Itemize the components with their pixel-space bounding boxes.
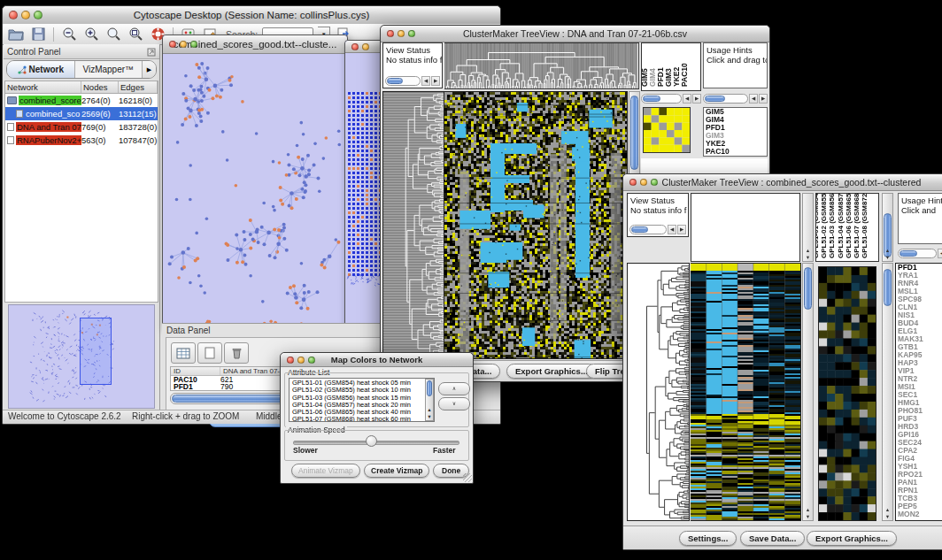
- dna-row-dendrogram-canvas[interactable]: [382, 91, 444, 359]
- network-tab-icon: [18, 65, 27, 74]
- gene-label[interactable]: PAC10: [704, 148, 767, 156]
- minimize-icon[interactable]: [362, 43, 369, 50]
- zoom-selected-icon[interactable]: [127, 27, 144, 42]
- network-icon: [7, 123, 14, 131]
- zoom-out-icon[interactable]: [60, 27, 78, 42]
- grid-network-canvas[interactable]: [345, 53, 384, 336]
- window-controls[interactable]: [387, 30, 415, 37]
- close-icon[interactable]: [351, 43, 359, 50]
- view-status-title: View Status: [386, 45, 430, 55]
- close-icon[interactable]: [169, 41, 176, 48]
- status-welcome: Welcome to Cytoscape 2.6.2: [8, 411, 121, 421]
- tab-vizmapper[interactable]: VizMapper™: [74, 61, 143, 78]
- status-zoom-hint: Right-click + drag to ZOOM: [132, 411, 239, 421]
- usage-hints-scrollbar[interactable]: [898, 249, 942, 258]
- create-vizmap-button[interactable]: Create Vizmap: [364, 464, 429, 478]
- column-label: GPL51-07 (GSM868): [853, 193, 861, 258]
- export-graphics-button[interactable]: Export Graphics...: [506, 364, 597, 379]
- usage-hints-scrollbar[interactable]: [703, 94, 768, 104]
- combined-vscrollbar[interactable]: [802, 263, 814, 521]
- usage-hints-text: Click and: [901, 205, 936, 215]
- minimize-icon[interactable]: [398, 30, 405, 37]
- move-down-button[interactable]: ∨: [438, 397, 470, 410]
- labels-vscrollbar[interactable]: [882, 193, 893, 262]
- network-canvas[interactable]: [163, 54, 345, 329]
- dialog-titlebar[interactable]: Map Colors to Network: [281, 353, 473, 367]
- treeview-dna-titlebar[interactable]: ClusterMaker TreeView : DNA and Tran 07-…: [381, 26, 769, 42]
- zoom-window-icon[interactable]: [190, 41, 197, 48]
- minimize-icon[interactable]: [297, 357, 305, 364]
- move-up-button[interactable]: ∧: [438, 382, 470, 395]
- close-icon[interactable]: [387, 30, 394, 37]
- birdseye-overview[interactable]: [8, 304, 155, 409]
- dna-mini-heatmap-canvas[interactable]: [643, 107, 691, 153]
- column-dendrogram-canvas[interactable]: [444, 43, 637, 88]
- combined-heatmap-canvas[interactable]: [691, 263, 801, 521]
- attribute-list-item[interactable]: GPL51-07 (GSM868) heat shock 60 min: [290, 416, 424, 422]
- view-status-text: No status info f: [386, 55, 442, 65]
- new-attribute-icon[interactable]: [197, 342, 222, 364]
- animate-vizmap-button: Animate Vizmap: [291, 464, 360, 478]
- gene-label[interactable]: MON2: [896, 510, 942, 518]
- resize-grip[interactable]: [463, 473, 472, 482]
- table-row[interactable]: combined_sco 2569(6) 13112(15): [5, 107, 158, 120]
- usage-hints-text: Click and drag to: [706, 55, 768, 65]
- export-graphics-button[interactable]: Export Graphics...: [807, 531, 897, 546]
- combined-gene-list: PFD1YRA1RNR4MSL1SPC98CLN1NIS1BUD4ELG1MAK…: [895, 263, 942, 521]
- heatmap-top-scrollbar[interactable]: [802, 193, 814, 262]
- treeview-combined-titlebar[interactable]: ClusterMaker TreeView : combined_scores_…: [623, 174, 942, 191]
- view-status-scrollbar[interactable]: [629, 225, 686, 234]
- close-icon[interactable]: [629, 179, 637, 186]
- close-icon[interactable]: [287, 357, 294, 364]
- faster-label: Faster: [433, 446, 456, 455]
- genelist-vscrollbar[interactable]: [882, 263, 893, 521]
- speed-slider-thumb[interactable]: [366, 435, 377, 447]
- usage-hints-title: Usage Hints: [706, 45, 753, 55]
- view-status-panel: View Status No status info f: [382, 42, 443, 88]
- float-panel-icon[interactable]: [147, 48, 156, 57]
- settings-button[interactable]: Settings...: [679, 531, 737, 546]
- control-panel: Control Panel Network VizMapper™ ▶ Netwo…: [4, 44, 160, 410]
- zoom-window-icon[interactable]: [308, 357, 315, 364]
- combined-column-labels-pane: GPL51-01 (GSM854)GPL51-02 (GSM855)GPL51-…: [815, 193, 879, 262]
- window-controls[interactable]: [169, 41, 197, 48]
- table-row[interactable]: combined_scores 2764(0) 16218(0): [5, 94, 158, 107]
- minimize-icon[interactable]: [640, 179, 647, 186]
- zoom-fit-icon[interactable]: [104, 27, 122, 42]
- zoom-window-icon[interactable]: [34, 11, 42, 19]
- minimize-icon[interactable]: [180, 41, 187, 48]
- attribute-list-scrollbar[interactable]: [425, 379, 434, 421]
- zoom-window-icon[interactable]: [408, 30, 415, 37]
- attribute-listbox[interactable]: GPL51-01 (GSM854) heat shock 05 minGPL51…: [289, 378, 435, 422]
- save-data-button[interactable]: Save Data...: [740, 531, 805, 546]
- table-row[interactable]: RNAPuberNov2+ 563(0) 107847(0): [5, 134, 158, 147]
- select-attributes-icon[interactable]: [171, 342, 196, 364]
- window-controls[interactable]: [9, 11, 42, 19]
- zoom-in-icon[interactable]: [82, 27, 100, 42]
- desktop: Cytoscape Desktop (Session Name: collins…: [0, 0, 942, 560]
- table-row[interactable]: DNA and Tran 07 769(0) 183728(0): [5, 120, 158, 134]
- overview-viewport-rect[interactable]: [80, 318, 112, 385]
- save-icon[interactable]: [29, 27, 47, 42]
- column-label: GPL51-04 (GSM857): [837, 193, 845, 258]
- delete-attribute-icon[interactable]: [224, 342, 249, 364]
- network-icon: [7, 96, 17, 104]
- minimize-icon[interactable]: [21, 11, 30, 19]
- zoom-heatmap-canvas[interactable]: [818, 266, 876, 521]
- close-icon[interactable]: [9, 11, 18, 19]
- tab-network[interactable]: Network: [7, 61, 74, 78]
- window-controls[interactable]: [351, 43, 369, 50]
- tab-overflow-icon[interactable]: ▶: [142, 61, 156, 78]
- cytoscape-titlebar[interactable]: Cytoscape Desktop (Session Name: collins…: [3, 6, 500, 25]
- combined-row-dendrogram-canvas[interactable]: [627, 263, 690, 521]
- dna-labels-scrollbar[interactable]: [641, 94, 701, 104]
- dna-heatmap-canvas[interactable]: [444, 91, 628, 359]
- network-view-titlebar[interactable]: combined_scores_good.txt--cluste...: [163, 35, 347, 54]
- window-controls[interactable]: [629, 179, 658, 186]
- window-title: Cytoscape Desktop (Session Name: collins…: [3, 10, 500, 20]
- view-status-scrollbar[interactable]: [385, 76, 440, 86]
- view-status-panel: View Status No status info f: [627, 193, 689, 237]
- open-file-icon[interactable]: [7, 27, 25, 42]
- zoom-window-icon[interactable]: [651, 179, 658, 186]
- window-controls[interactable]: [287, 357, 315, 364]
